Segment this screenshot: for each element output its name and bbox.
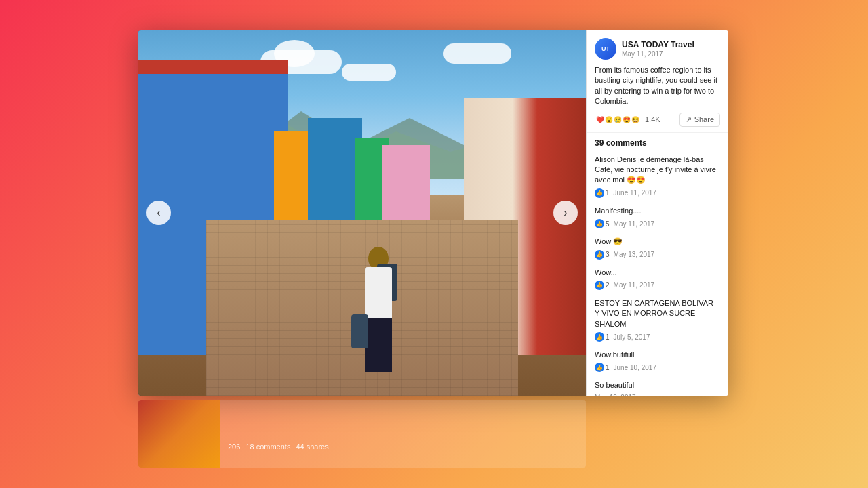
person-torso <box>365 267 392 321</box>
comment-like: 👍1 <box>595 363 610 372</box>
bottom-card-content: 206 18 comments 44 shares <box>220 400 586 468</box>
comment-text: Manifesting.... <box>595 206 720 216</box>
comment-meta: 👍1June 11, 2017 <box>595 188 720 198</box>
comments-container: Alison Denis je déménage là-bas Café, vi… <box>595 155 720 396</box>
street-scene <box>138 30 586 396</box>
modal-wrapper: ‹ › UT USA TODAY Travel May 11, 2017 Fro… <box>138 30 728 396</box>
like-count: 1 <box>606 189 610 197</box>
person-pants <box>365 318 392 372</box>
like-count: 5 <box>606 220 610 228</box>
reaction-haha: 😆 <box>630 114 641 125</box>
comment-like: 👍2 <box>595 281 610 290</box>
author-info: USA TODAY Travel May 11, 2017 <box>622 40 720 57</box>
like-icon: 👍 <box>595 188 604 198</box>
bottom-card-image <box>138 400 220 468</box>
photo-area: ‹ › <box>138 30 586 396</box>
avatar: UT <box>595 38 616 60</box>
bottom-shares: 44 shares <box>296 443 328 451</box>
cloud-2 <box>342 64 396 81</box>
comment-date: June 10, 2017 <box>614 364 656 371</box>
comment-item: Alison Denis je déménage là-bas Café, vi… <box>595 155 720 198</box>
comments-count: 39 comments <box>595 138 720 148</box>
comment-meta: 👍1June 10, 2017 <box>595 363 720 372</box>
like-icon: 👍 <box>595 250 604 260</box>
chevron-right-icon: › <box>564 207 567 219</box>
comment-date: July 5, 2017 <box>614 333 650 341</box>
like-icon: 👍 <box>595 363 604 372</box>
author-name: USA TODAY Travel <box>622 40 720 49</box>
prev-arrow[interactable]: ‹ <box>146 201 171 225</box>
comment-text: Wow.butifull <box>595 350 720 360</box>
reactions-left: ❤️ 😮 😢 😍 😆 1.4K <box>595 114 660 125</box>
comment-date: May 11, 2017 <box>614 281 655 289</box>
right-panel: UT USA TODAY Travel May 11, 2017 From it… <box>586 30 728 396</box>
comment-meta: 👍1July 5, 2017 <box>595 332 720 342</box>
comment-like: 👍1 <box>595 188 610 198</box>
building-left-roof <box>138 60 288 74</box>
comment-like: 👍3 <box>595 250 610 260</box>
like-count: 3 <box>606 251 610 258</box>
comment-meta: 👍2May 11, 2017 <box>595 281 720 290</box>
bottom-reactions-count: 206 <box>228 443 240 451</box>
bottom-comments: 18 comments <box>245 443 290 451</box>
like-count: 1 <box>606 333 610 341</box>
comment-item: ESTOY EN CARTAGENA BOLIVAR Y VIVO EN MOR… <box>595 298 720 342</box>
bottom-card: 206 18 comments 44 shares <box>138 400 586 468</box>
share-label: Share <box>694 115 714 123</box>
comments-section[interactable]: 39 comments Alison Denis je déménage là-… <box>587 133 728 396</box>
comment-date: May 11, 2017 <box>614 220 655 228</box>
post-date: May 11, 2017 <box>622 50 720 58</box>
like-count: 2 <box>606 281 610 289</box>
like-icon: 👍 <box>595 281 604 290</box>
cloud-3 <box>443 43 511 64</box>
comment-date: June 11, 2017 <box>614 189 656 197</box>
comment-text: Alison Denis je déménage là-bas Café, vi… <box>595 155 720 186</box>
like-icon: 👍 <box>595 219 604 228</box>
share-button[interactable]: ↗ Share <box>679 113 720 127</box>
comment-text: Wow 😎 <box>595 237 720 247</box>
comment-meta: 👍5May 11, 2017 <box>595 219 720 228</box>
comment-meta: May 12, 2017 <box>595 394 720 396</box>
like-count: 1 <box>606 364 610 371</box>
comment-date: May 12, 2017 <box>595 394 636 396</box>
share-icon: ↗ <box>686 115 692 124</box>
reactions-row: ❤️ 😮 😢 😍 😆 1.4K ↗ Share <box>595 113 720 127</box>
post-author: UT USA TODAY Travel May 11, 2017 <box>595 38 720 60</box>
comment-item: Wow 😎👍3May 13, 2017 <box>595 237 720 259</box>
chevron-left-icon: ‹ <box>157 207 160 219</box>
comment-like: 👍1 <box>595 332 610 342</box>
person-bag <box>351 314 368 348</box>
comment-item: Manifesting....👍5May 11, 2017 <box>595 206 720 228</box>
post-caption: From its famous coffee region to its bus… <box>595 65 720 107</box>
comment-text: Wow... <box>595 268 720 278</box>
bottom-reactions: 206 18 comments 44 shares <box>228 443 578 451</box>
comment-item: Wow...👍2May 11, 2017 <box>595 268 720 290</box>
like-icon: 👍 <box>595 332 604 342</box>
avatar-initials: UT <box>601 45 610 52</box>
post-header: UT USA TODAY Travel May 11, 2017 From it… <box>587 30 728 133</box>
comment-meta: 👍3May 13, 2017 <box>595 250 720 260</box>
comment-text: So beautiful <box>595 380 720 390</box>
comment-date: May 13, 2017 <box>614 251 655 258</box>
comment-text: ESTOY EN CARTAGENA BOLIVAR Y VIVO EN MOR… <box>595 298 720 329</box>
comment-item: Wow.butifull👍1June 10, 2017 <box>595 350 720 372</box>
comment-item: So beautifulMay 12, 2017 <box>595 380 720 396</box>
person-body <box>358 247 399 396</box>
next-arrow[interactable]: › <box>553 201 578 225</box>
reaction-count: 1.4K <box>645 115 660 123</box>
reaction-emojis: ❤️ 😮 😢 😍 😆 <box>595 114 641 125</box>
person <box>338 179 419 396</box>
comment-like: 👍5 <box>595 219 610 228</box>
